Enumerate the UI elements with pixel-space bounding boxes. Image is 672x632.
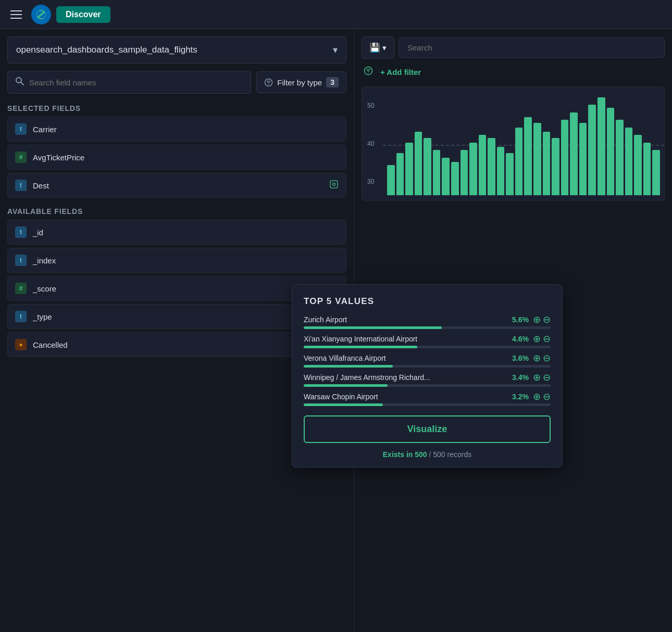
top5-value-row: Xi'an Xianyang International Airport 4.6… (304, 334, 551, 348)
top5-plus-button[interactable]: ⊕ (533, 353, 541, 363)
top5-plus-button[interactable]: ⊕ (533, 334, 541, 344)
top5-bar-fill (304, 326, 442, 329)
save-button[interactable]: 💾 ▾ (362, 36, 394, 59)
field-badge: # (15, 283, 27, 294)
visualize-button[interactable]: Visualize (304, 415, 551, 443)
top5-minus-button[interactable]: ⊖ (543, 373, 551, 382)
chart-bar (396, 153, 404, 195)
field-badge: # (15, 151, 27, 163)
chart-bar (561, 120, 569, 195)
search-bar-row: 💾 ▾ (354, 29, 672, 59)
index-selector[interactable]: opensearch_dashboards_sample_data_flight… (7, 36, 346, 64)
save-chevron-icon: ▾ (382, 43, 387, 53)
hamburger-menu[interactable] (6, 6, 26, 23)
chart-y-40: 40 (367, 140, 374, 147)
chart-bar (488, 138, 495, 195)
add-filter-button[interactable]: + Add filter (380, 68, 421, 77)
chart-bar (451, 162, 459, 195)
top5-bar-track (304, 384, 551, 387)
selected-field-row[interactable]: t Dest (7, 173, 346, 198)
app-logo (31, 5, 51, 24)
chart-y-labels: 50 40 30 (367, 87, 374, 200)
fields-toolbar: Filter by type 3 (7, 71, 346, 94)
top5-value-row: Warsaw Chopin Airport 3.2% ⊕ ⊖ (304, 392, 551, 406)
top5-bar-track (304, 326, 551, 329)
chart-bar (479, 135, 487, 195)
chart-bar (524, 117, 532, 195)
field-badge: t (15, 255, 27, 266)
chart-bar (598, 97, 605, 195)
top5-value-label: Verona Villafranca Airport (304, 354, 386, 362)
selected-fields-heading: Selected fields (7, 104, 346, 112)
field-name: AvgTicketPrice (33, 153, 84, 162)
selected-fields-list: t Carrier # AvgTicketPrice t Dest (7, 117, 346, 198)
search-field-names-input[interactable] (29, 78, 243, 87)
top5-plus-button[interactable]: ⊕ (533, 392, 541, 401)
chart-bar (515, 128, 523, 195)
top5-bar-fill (304, 365, 393, 368)
chart-bar (533, 123, 541, 195)
top-nav: Discover (0, 0, 672, 29)
selected-field-row[interactable]: t Carrier (7, 117, 346, 142)
chart-bar (461, 150, 468, 195)
chart-y-30: 30 (367, 178, 374, 185)
filter-type-badge: 3 (326, 77, 339, 87)
popup-footer-rest: / 500 records (427, 450, 472, 459)
top5-value-row: Verona Villafranca Airport 3.6% ⊕ ⊖ (304, 353, 551, 368)
top5-value-row: Zurich Airport 5.6% ⊕ ⊖ (304, 315, 551, 329)
chart-bar (506, 153, 514, 195)
search-input[interactable] (399, 37, 665, 58)
field-name: _type (33, 312, 52, 321)
svg-point-7 (333, 183, 335, 185)
chart-y-50: 50 (367, 102, 374, 109)
top5-bar-fill (304, 346, 417, 348)
chart-bar (469, 143, 477, 195)
field-action-icon[interactable] (329, 180, 339, 192)
chart-bar (588, 105, 596, 195)
filter-row: + Add filter (354, 59, 672, 80)
available-fields-heading: Available fields (7, 207, 346, 216)
search-fields-input-wrapper[interactable] (7, 71, 251, 94)
popup-exists-count: Exists in 500 (383, 450, 427, 459)
field-name: Carrier (33, 125, 57, 134)
index-name: opensearch_dashboards_sample_data_flight… (16, 45, 197, 55)
search-icon (15, 77, 24, 88)
field-name: _score (33, 284, 56, 293)
top5-bar-track (304, 346, 551, 348)
top5-plus-button[interactable]: ⊕ (533, 315, 541, 324)
chart-bar (552, 138, 559, 195)
filter-by-type-button[interactable]: Filter by type 3 (256, 71, 346, 93)
top5-minus-button[interactable]: ⊖ (543, 334, 551, 344)
chart-bars (383, 92, 664, 195)
popup-values-list: Zurich Airport 5.6% ⊕ ⊖ Xi'an Xianyang I… (304, 315, 551, 406)
top5-minus-button[interactable]: ⊖ (543, 392, 551, 401)
discover-button[interactable]: Discover (56, 6, 110, 23)
available-field-row[interactable]: t _index (7, 248, 346, 273)
top5-value-row: Winnipeg / James Armstrong Richard... 3.… (304, 373, 551, 387)
field-badge: t (15, 180, 27, 191)
field-name: Dest (33, 181, 49, 190)
svg-rect-6 (330, 181, 338, 188)
top5-value-label: Winnipeg / James Armstrong Richard... (304, 373, 430, 382)
svg-line-1 (21, 82, 23, 85)
top5-plus-button[interactable]: ⊕ (533, 373, 541, 382)
popup-footer: Exists in 500 / 500 records (304, 450, 551, 459)
filter-icon-button[interactable] (362, 64, 375, 80)
chart-bar (579, 123, 587, 195)
left-panel: opensearch_dashboards_sample_data_flight… (0, 29, 354, 632)
chart-bar (415, 132, 422, 195)
filter-type-label: Filter by type (277, 78, 322, 87)
top5-minus-button[interactable]: ⊖ (543, 315, 551, 324)
field-badge: t (15, 311, 27, 322)
chart-bar (424, 138, 431, 195)
top5-bar-track (304, 403, 551, 406)
available-field-row[interactable]: t _id (7, 220, 346, 245)
field-name: Cancelled (33, 340, 68, 349)
chart-bar (442, 158, 450, 195)
field-badge: t (15, 226, 27, 238)
top5-popup: TOP 5 VALUES Zurich Airport 5.6% ⊕ ⊖ Xi'… (292, 284, 563, 467)
selected-field-row[interactable]: # AvgTicketPrice (7, 145, 346, 170)
top5-minus-button[interactable]: ⊖ (543, 353, 551, 363)
top5-value-pct: 5.6% (512, 315, 529, 324)
top5-value-label: Warsaw Chopin Airport (304, 393, 378, 401)
